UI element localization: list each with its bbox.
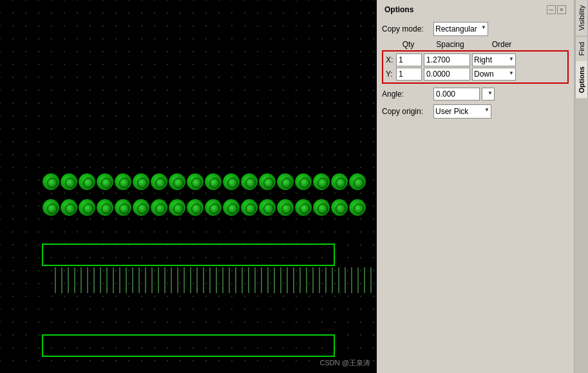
pin [299,267,301,293]
pin [325,267,327,293]
y-order-select-wrap: Down Up [472,68,516,81]
pin [184,267,185,293]
pin [61,267,62,293]
pin [274,267,275,293]
pin [74,267,75,293]
pin [126,267,127,293]
y-label: Y: [386,70,395,79]
component [331,173,348,190]
copy-origin-select[interactable]: User Pick Center Corner [433,104,491,119]
pin [190,267,191,293]
x-label: X: [386,55,395,64]
component [295,173,312,190]
panel-title-bar: Options ─ × [382,4,569,17]
xy-section: X: Right Left Y: Down Up [382,50,569,84]
find-tab[interactable]: Find [575,37,588,61]
pin [87,267,88,293]
pin [113,267,114,293]
pin [287,267,288,293]
component [115,173,131,190]
copy-mode-select-wrap: Rectangular Polar Linear [433,22,488,36]
component [313,173,330,190]
pin [203,267,204,293]
component [43,173,59,190]
pin [306,267,307,293]
pin [171,267,172,293]
x-order-select-wrap: Right Left [472,53,516,66]
options-panel: Options ─ × Copy mode: Rectangular Polar… [377,0,574,373]
pin [293,267,294,293]
pin [209,267,211,293]
component [313,199,330,216]
pin [93,267,95,293]
pin [351,267,352,293]
component [205,199,222,216]
x-qty-input[interactable] [396,53,422,66]
angle-select[interactable] [482,88,495,100]
pin [55,267,56,293]
component [151,199,167,216]
pin [332,267,333,293]
header-qty: Qty [392,40,424,49]
pin [319,267,320,293]
y-spacing-input[interactable] [424,68,470,81]
pin [132,267,133,293]
component [97,199,113,216]
visibility-tab[interactable]: Visibility [575,0,588,37]
header-order: Order [476,40,527,49]
x-spacing-input[interactable] [424,53,470,66]
x-order-select[interactable]: Right Left [472,53,516,66]
pin [100,267,101,293]
pin [158,267,159,293]
pin [216,267,217,293]
connector-1 [42,244,335,266]
component [295,199,312,216]
component [205,173,222,190]
pin [138,267,140,293]
connector-2 [42,334,335,357]
pin [222,267,223,293]
component [97,173,113,190]
angle-dropdown-wrap [482,88,495,100]
component [79,199,95,216]
y-qty-input[interactable] [396,68,422,81]
component [169,199,185,216]
component [223,173,240,190]
options-tab[interactable]: Options [575,61,588,99]
angle-label: Angle: [382,90,433,99]
component [61,173,77,190]
pin [177,267,178,293]
component [133,199,149,216]
right-panel: Options ─ × Copy mode: Rectangular Polar… [377,0,588,373]
y-row: Y: Down Up [386,68,565,81]
pin [242,267,243,293]
component [151,173,167,190]
pin [357,267,359,293]
component [43,199,59,216]
close-button[interactable]: × [557,5,566,14]
component [187,173,204,190]
pin [106,267,108,293]
panel-title: Options [384,5,413,14]
components-top-row [42,173,366,191]
x-row: X: Right Left [386,53,565,66]
pin [196,267,198,293]
pin [254,267,256,293]
component [277,173,294,190]
component [61,199,77,216]
angle-input[interactable] [433,88,480,100]
pin [364,267,365,293]
y-order-select[interactable]: Down Up [472,68,516,81]
component [187,199,204,216]
canvas-area: CSDN @王泉涛 [0,0,377,373]
copy-mode-select[interactable]: Rectangular Polar Linear [433,22,488,36]
component [331,199,348,216]
pin-button[interactable]: ─ [547,5,556,14]
pin [151,267,153,293]
component [241,173,258,190]
component [259,199,276,216]
pin [280,267,281,293]
copy-mode-row: Copy mode: Rectangular Polar Linear [382,22,569,36]
watermark: CSDN @王泉涛 [320,358,370,368]
pin [345,267,346,293]
